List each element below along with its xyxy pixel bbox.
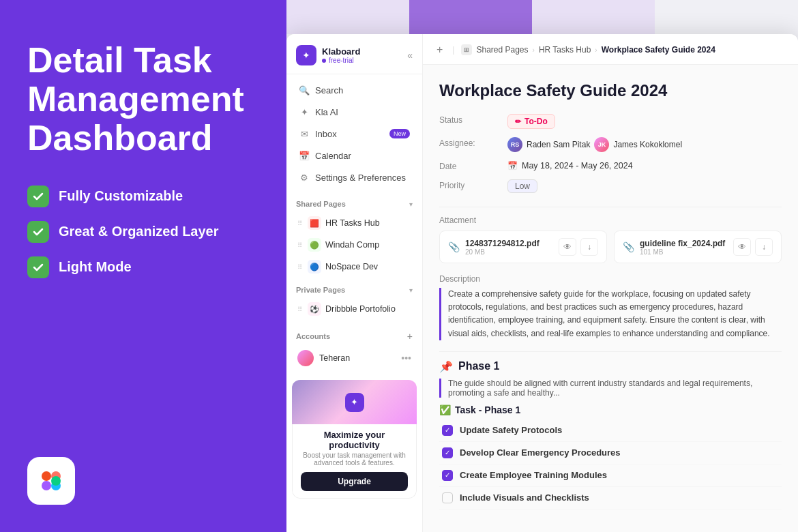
deco-box-3 xyxy=(532,0,655,34)
app-panel: ✦ Klaboard free-trial « 🔍 Search xyxy=(286,0,798,532)
brand-logo: ✦ xyxy=(296,45,316,65)
feature-item-1: Fully Customizable xyxy=(27,186,259,207)
breadcrumb: + | ⊞ Shared Pages › HR Tasks Hub › Work… xyxy=(423,34,798,65)
task-group-emoji: ✅ xyxy=(439,404,451,415)
private-pages-header[interactable]: Private Pages ▾ xyxy=(292,283,417,297)
nav-label-settings: Settings & Preferences xyxy=(315,173,406,183)
sidebar: ✦ Klaboard free-trial « 🔍 Search xyxy=(286,34,423,532)
nav-label-calendar: Calendar xyxy=(315,151,351,161)
task-checkbox-4[interactable] xyxy=(442,492,453,503)
attach-download-btn-1[interactable]: ↓ xyxy=(580,238,598,256)
task-item-1: Update Safety Protocols xyxy=(439,419,782,442)
search-icon: 🔍 xyxy=(299,85,310,95)
shared-pages-section: Shared Pages ▾ ⠿ 🟥 HR Tasks Hub ⠿ 🟢 Wind… xyxy=(286,193,422,279)
brand-badge: free-trial xyxy=(322,57,360,64)
task-checkbox-1[interactable] xyxy=(442,425,453,436)
accounts-header: Accounts + xyxy=(292,328,417,346)
shared-pages-chevron: ▾ xyxy=(409,201,413,208)
private-pages-chevron: ▾ xyxy=(409,286,413,294)
attach-icon-2: 📎 xyxy=(623,241,634,252)
attachment-section: Attacment 📎 1248371294812.pdf 20 MB 👁 ↓ xyxy=(439,216,782,263)
attach-download-btn-2[interactable]: ↓ xyxy=(755,238,773,256)
assignee-avatar-1: RS xyxy=(507,137,522,152)
check-badge-2 xyxy=(27,221,49,243)
task-group-header: ✅ Task - Phase 1 xyxy=(439,404,782,415)
attach-info-1: 1248371294812.pdf 20 MB xyxy=(465,239,553,256)
date-icon: 📅 xyxy=(507,161,518,171)
nav-item-kla-ai[interactable]: ✦ Kla AI xyxy=(292,102,417,122)
phase-emoji: 📌 xyxy=(439,360,453,373)
page-label-hr-tasks: HR Tasks Hub xyxy=(325,218,380,228)
attachments-row: 📎 1248371294812.pdf 20 MB 👁 ↓ 📎 xyxy=(439,231,782,263)
task-checkbox-2[interactable] xyxy=(442,447,453,458)
sidebar-brand: ✦ Klaboard free-trial xyxy=(296,45,360,65)
nav-item-calendar[interactable]: 📅 Calendar xyxy=(292,145,417,166)
private-pages-section: Private Pages ▾ ⠿ ⚽ Dribbble Portofolio xyxy=(286,279,422,321)
description-section: Description Create a comprehensive safet… xyxy=(439,274,782,340)
badge-text: free-trial xyxy=(329,57,354,64)
page-item-nospace[interactable]: ⠿ 🔵 NoSpace Dev xyxy=(292,256,417,278)
calendar-icon: 📅 xyxy=(299,150,310,161)
inbox-icon: ✉ xyxy=(299,128,310,139)
main-content: + | ⊞ Shared Pages › HR Tasks Hub › Work… xyxy=(423,34,798,532)
page-item-hr-tasks[interactable]: ⠿ 🟥 HR Tasks Hub xyxy=(292,212,417,234)
breadcrumb-hub[interactable]: HR Tasks Hub xyxy=(539,45,591,55)
nav-item-settings[interactable]: ⚙ Settings & Preferences xyxy=(292,167,417,188)
nav-item-inbox[interactable]: ✉ Inbox New xyxy=(292,123,417,144)
account-more-icon[interactable]: ••• xyxy=(401,353,411,364)
inbox-badge: New xyxy=(389,129,410,138)
sidebar-nav: 🔍 Search ✦ Kla AI ✉ Inbox New 📅 Calendar xyxy=(286,74,422,193)
nav-label-inbox: Inbox xyxy=(315,129,337,139)
page-item-windah[interactable]: ⠿ 🟢 Windah Comp xyxy=(292,234,417,256)
breadcrumb-add[interactable]: + xyxy=(437,44,443,56)
account-name-teheran: Teheran xyxy=(319,353,396,363)
priority-label: Priority xyxy=(439,179,507,193)
collapse-button[interactable]: « xyxy=(407,50,413,61)
attach-icon-1: 📎 xyxy=(448,241,460,252)
attach-preview-btn-1[interactable]: 👁 xyxy=(559,238,576,256)
status-text: To-Do xyxy=(524,117,548,126)
windah-icon: 🟢 xyxy=(308,238,321,252)
phase-section: 📌 Phase 1 The guide should be aligned wi… xyxy=(439,360,782,509)
kla-ai-icon: ✦ xyxy=(299,106,310,117)
check-badge-3 xyxy=(27,256,49,278)
shared-pages-title: Shared Pages xyxy=(296,200,346,208)
shared-pages-header[interactable]: Shared Pages ▾ xyxy=(292,197,417,211)
attach-preview-btn-2[interactable]: 👁 xyxy=(733,238,751,256)
feature-list: Fully Customizable Great & Organized Lay… xyxy=(27,186,259,278)
status-value: ✏ To-Do xyxy=(507,114,782,129)
page-label-windah: Windah Comp xyxy=(325,240,379,250)
description-text: Create a comprehensive safety guide for … xyxy=(439,288,782,340)
upgrade-button[interactable]: Upgrade xyxy=(301,472,408,491)
page-item-dribbble[interactable]: ⠿ ⚽ Dribbble Portofolio xyxy=(292,298,417,320)
accounts-title: Accounts xyxy=(296,332,330,340)
breadcrumb-shared-pages[interactable]: Shared Pages xyxy=(476,45,528,55)
upgrade-card: ✦ Maximize your productivity Boost your … xyxy=(292,380,417,499)
phase-header: 📌 Phase 1 xyxy=(439,360,782,373)
task-meta: Status ✏ To-Do Assignee: RS Raden Sam Pi… xyxy=(439,114,782,193)
status-badge[interactable]: ✏ To-Do xyxy=(507,114,555,129)
breadcrumb-sep-2: › xyxy=(595,46,597,54)
drag-handle-4: ⠿ xyxy=(297,306,302,313)
feature-text-2: Great & Organized Layer xyxy=(59,224,219,239)
account-item-teheran[interactable]: Teheran ••• xyxy=(292,346,417,370)
sidebar-header: ✦ Klaboard free-trial « xyxy=(286,34,422,74)
upgrade-subtitle: Boost your task management with advanced… xyxy=(301,452,408,467)
hr-tasks-icon: 🟥 xyxy=(308,216,321,230)
nav-item-search[interactable]: 🔍 Search xyxy=(292,80,417,100)
attach-info-2: guideline fix_2024.pdf 101 MB xyxy=(640,239,728,256)
nav-label-kla-ai: Kla AI xyxy=(315,107,338,117)
date-value: 📅 May 18, 2024 - May 26, 2024 xyxy=(507,160,782,171)
priority-badge[interactable]: Low xyxy=(507,179,537,193)
upgrade-content: Maximize your productivity Boost your ta… xyxy=(292,424,417,499)
task-group-title: Task - Phase 1 xyxy=(455,404,520,415)
hero-panel: Detail Task Management Dashboard Fully C… xyxy=(0,0,286,532)
task-item-text-1: Update Safety Protocols xyxy=(460,425,562,435)
brand-info: Klaboard free-trial xyxy=(322,46,360,64)
task-checkbox-3[interactable] xyxy=(442,470,453,481)
brand-name: Klaboard xyxy=(322,46,360,57)
accounts-add-button[interactable]: + xyxy=(407,331,413,342)
task-item-4: Include Visuals and Checklists xyxy=(439,487,782,509)
phase-title: Phase 1 xyxy=(458,360,499,372)
dribbble-icon: ⚽ xyxy=(308,302,321,316)
